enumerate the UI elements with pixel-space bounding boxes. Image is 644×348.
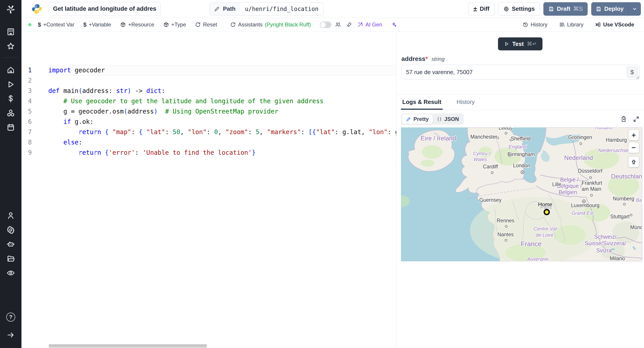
library-button[interactable]: Library (559, 22, 584, 28)
svg-text:Schweiz/: Schweiz/ (594, 234, 616, 240)
deploy-button[interactable]: Deploy (591, 2, 641, 16)
wand-icon (357, 22, 363, 28)
assistants-button[interactable]: Assistants (Pyright Black Ruff) (230, 22, 311, 28)
svg-text:Groningen: Groningen (568, 134, 592, 140)
home-icon[interactable] (0, 63, 22, 77)
help-icon[interactable]: ? (6, 313, 15, 321)
map-canvas: Éire / IrelandLeedsManchesterSheffieldEn… (401, 127, 642, 261)
tab-logs-result[interactable]: Logs & Result (401, 94, 443, 110)
arg-type-label: string (431, 56, 444, 62)
resize-grip[interactable] (636, 75, 639, 79)
code-line[interactable]: 4 # Use geocoder to get the latitude and… (22, 96, 396, 106)
fullscreen-icon[interactable] (633, 116, 640, 122)
code-line[interactable]: 1import geocoder (22, 65, 396, 75)
svg-text:Cardiff: Cardiff (483, 164, 498, 169)
diff-label: Diff (480, 5, 489, 12)
svg-text:Holstein: Holstein (595, 127, 613, 130)
code-editor[interactable]: 1import geocoder23def main(address: str)… (22, 32, 396, 348)
line-number: 9 (22, 147, 32, 158)
draft-button[interactable]: Draft ⌘S (544, 2, 588, 16)
test-panel: Test ⌘↵ address* string $ Logs & Result … (396, 32, 644, 348)
svg-text:Svizra: Svizra (596, 247, 612, 254)
svg-text:Guernsey: Guernsey (480, 197, 502, 203)
horizontal-scrollbar[interactable] (49, 344, 207, 347)
pencil-icon (214, 6, 220, 12)
reset-button[interactable]: Reset (195, 22, 217, 28)
editor-toolbar: $ +Context Var $ +Variable +Resource +Ty… (22, 18, 644, 32)
svg-text:Suisse/Svizzera/: Suisse/Svizzera/ (585, 240, 626, 246)
sparkles-icon[interactable] (391, 22, 397, 28)
svg-text:Lille: Lille (552, 182, 561, 187)
up-arrow-icon (631, 159, 636, 165)
map-zoom-in-button[interactable]: + (628, 130, 639, 140)
multiplayer-toggle[interactable] (320, 22, 332, 28)
test-button[interactable]: Test ⌘↵ (498, 37, 543, 50)
code-line[interactable]: 6 if g.ok: (22, 117, 396, 127)
status-dot (28, 23, 32, 27)
indent-guide (95, 147, 95, 158)
line-number: 3 (22, 86, 32, 96)
svg-text:London: London (513, 162, 530, 168)
add-context-var-button[interactable]: $ +Context Var (38, 21, 74, 28)
result-map[interactable]: Éire / IrelandLeedsManchesterSheffieldEn… (401, 127, 642, 261)
add-variable-button[interactable]: $ +Variable (83, 21, 111, 28)
path-value: u/henri/find_location (240, 3, 323, 15)
line-number: 4 (22, 96, 32, 106)
resources-boxes-icon[interactable] (0, 106, 22, 120)
add-resource-button[interactable]: +Resource (120, 22, 154, 28)
diff-button[interactable]: ± Diff (468, 2, 495, 16)
draft-label: Draft (557, 5, 570, 12)
code-line[interactable]: 2 (22, 75, 396, 86)
script-title-input[interactable] (49, 2, 160, 16)
svg-text:Centre-Val: Centre-Val (534, 226, 557, 232)
code-line[interactable]: 5 g = geocoder.osm(address) # Using Open… (22, 106, 396, 117)
tab-history[interactable]: History (455, 94, 476, 110)
map-zoom-out-button[interactable]: − (628, 142, 639, 153)
copy-clipboard-icon[interactable] (620, 116, 627, 122)
code-line[interactable]: 8 else: (22, 137, 396, 147)
line-number: 2 (22, 75, 32, 86)
favorites-star-icon[interactable] (0, 39, 22, 53)
format-brush-icon[interactable] (346, 22, 352, 28)
add-type-button[interactable]: +Type (163, 22, 186, 28)
address-input[interactable] (402, 65, 640, 80)
result-tabs: Logs & Result History (396, 94, 644, 110)
expand-sidebar-arrow-icon[interactable] (0, 328, 22, 342)
audit-eye-icon[interactable] (0, 266, 22, 280)
svg-text:Leeds: Leeds (499, 127, 512, 131)
users-icon[interactable] (0, 209, 22, 223)
pretty-toggle[interactable]: Pretty (402, 114, 433, 124)
braces-icon (437, 116, 442, 122)
save-icon (548, 6, 554, 12)
deploy-label: Deploy (604, 5, 624, 12)
vscode-button[interactable]: Use VScode (595, 22, 634, 28)
ai-gen-button[interactable]: AI Gen (357, 22, 382, 28)
path-control[interactable]: Path u/henri/find_location (209, 3, 324, 16)
svg-text:Niedersachsen: Niedersachsen (598, 147, 631, 153)
line-number: 8 (22, 137, 32, 147)
assistants-status: (Pyright Black Ruff) (265, 22, 311, 28)
history-button[interactable]: History (522, 22, 548, 28)
svg-text:Deutschland: Deutschland (611, 173, 642, 180)
map-recenter-button[interactable] (628, 156, 639, 167)
deploy-dropdown-button[interactable] (628, 2, 641, 16)
runs-icon[interactable] (0, 77, 22, 92)
schedules-calendar-icon[interactable] (0, 120, 22, 135)
svg-text:Cymru /: Cymru / (473, 151, 490, 156)
multiplayer-users-icon[interactable] (335, 22, 341, 28)
map-home-marker[interactable] (544, 210, 549, 215)
folders-icon[interactable] (0, 251, 22, 266)
windmill-logo-icon[interactable] (5, 4, 16, 15)
workspace-icon[interactable] (0, 25, 22, 39)
json-toggle[interactable]: JSON (433, 114, 463, 124)
code-line[interactable]: 9 return {'error': 'Unable to find the l… (22, 147, 396, 158)
svg-text:am Main: am Main (582, 186, 601, 192)
workers-robot-icon[interactable] (0, 237, 22, 251)
variables-icon[interactable] (0, 92, 22, 106)
settings-gear-icon[interactable] (0, 223, 22, 237)
indent-guide (95, 127, 95, 137)
code-line[interactable]: 7 return { "map": { "lat": 50, "lon": 0,… (22, 127, 396, 137)
settings-button[interactable]: Settings (498, 2, 540, 16)
code-line[interactable]: 3def main(address: str) -> dict: (22, 86, 396, 96)
library-books-icon (559, 22, 565, 28)
